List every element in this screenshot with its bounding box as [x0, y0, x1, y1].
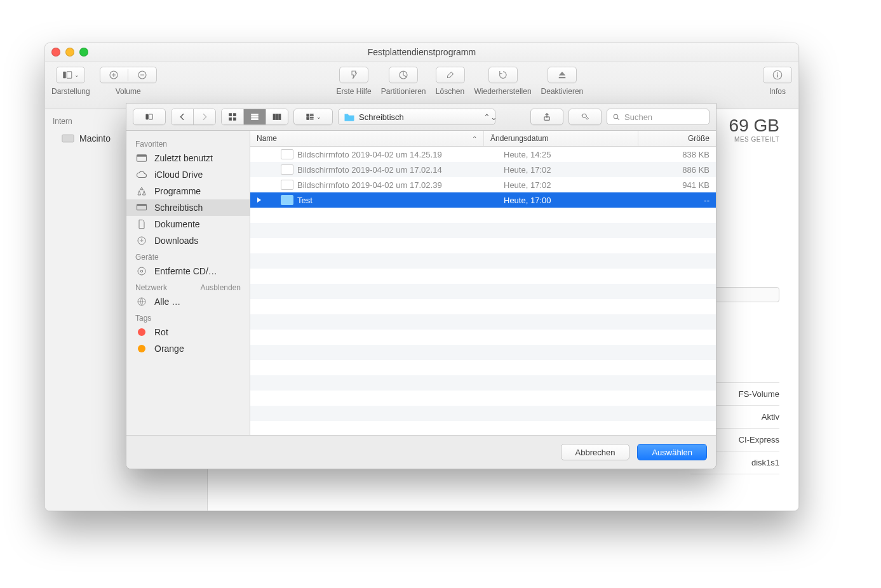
- partition-button[interactable]: [389, 67, 418, 83]
- recent-icon: [136, 153, 147, 163]
- zoom-window-button[interactable]: [79, 48, 88, 57]
- file-row[interactable]: Bildschirmfoto 2019-04-02 um 14.25.19Heu…: [250, 147, 716, 162]
- first-aid-icon: [348, 69, 360, 81]
- sidebar-item-label: Schreibtisch: [154, 203, 203, 213]
- sidebar-item-label: Entfernte CD/…: [154, 266, 217, 276]
- sidebar-icon: [62, 69, 73, 81]
- cancel-button[interactable]: Abbrechen: [561, 444, 630, 460]
- file-row[interactable]: Bildschirmfoto 2019-04-02 um 17.02.39Heu…: [250, 177, 716, 192]
- sidebar-item-tag-orange[interactable]: Orange: [126, 340, 250, 357]
- titlebar: Festplattendienstprogramm: [45, 43, 798, 62]
- minimize-window-button[interactable]: [65, 48, 74, 57]
- svg-rect-16: [252, 116, 259, 117]
- volume-add-button[interactable]: [100, 69, 129, 81]
- sidebar-item-documents[interactable]: Dokumente: [126, 216, 250, 232]
- close-window-button[interactable]: [51, 48, 60, 57]
- file-rows: Bildschirmfoto 2019-04-02 um 14.25.19Heu…: [250, 147, 716, 435]
- sidebar-item-network-all[interactable]: Alle …: [126, 293, 250, 310]
- open-panel-footer: Abbrechen Auswählen: [126, 435, 716, 469]
- icons-view-button[interactable]: [222, 109, 244, 124]
- file-name: Bildschirmfoto 2019-04-02 um 17.02.39: [297, 180, 442, 190]
- info-icon: [772, 69, 783, 81]
- view-button[interactable]: ⌄: [56, 67, 85, 83]
- empty-row: [250, 330, 716, 345]
- svg-rect-12: [233, 114, 236, 116]
- file-size: --: [645, 192, 716, 208]
- svg-rect-17: [252, 119, 259, 120]
- window-title: Festplattendienstprogramm: [368, 47, 476, 57]
- svg-rect-14: [233, 117, 236, 120]
- sidebar-item-desktop[interactable]: Schreibtisch: [126, 199, 250, 216]
- restore-icon: [497, 69, 509, 81]
- forward-button[interactable]: [194, 109, 215, 124]
- hide-network-button[interactable]: Ausblenden: [201, 283, 241, 292]
- sidebar-item-apps[interactable]: Programme: [126, 183, 250, 199]
- search-field[interactable]: Suchen: [607, 109, 710, 125]
- column-headers: Name ⌃ Änderungsdatum Größe: [250, 131, 716, 147]
- globe-icon: [136, 297, 147, 307]
- svg-rect-23: [310, 114, 313, 114]
- svg-rect-25: [310, 117, 313, 118]
- svg-point-35: [140, 270, 142, 272]
- columns-view-button[interactable]: [266, 109, 288, 124]
- info-button[interactable]: [763, 67, 792, 83]
- erase-button[interactable]: [436, 67, 465, 83]
- svg-rect-32: [137, 204, 147, 206]
- apps-icon: [136, 186, 147, 196]
- group-button[interactable]: ⌄: [293, 109, 333, 125]
- file-name: Bildschirmfoto 2019-04-02 um 14.25.19: [297, 150, 442, 159]
- folder-icon: [344, 112, 355, 121]
- partition-icon: [398, 69, 409, 81]
- svg-rect-10: [149, 114, 152, 119]
- choose-button[interactable]: Auswählen: [637, 444, 707, 460]
- downloads-icon: [136, 236, 147, 246]
- first-aid-label: Erste Hilfe: [336, 87, 371, 96]
- svg-rect-30: [137, 155, 147, 157]
- file-icon: [281, 180, 293, 190]
- file-list-pane: Name ⌃ Änderungsdatum Größe Bildschirmfo…: [250, 131, 716, 435]
- sidebar-item-recent[interactable]: Zuletzt benutzt: [126, 150, 250, 166]
- sidebar-item-icloud[interactable]: iCloud Drive: [126, 166, 250, 183]
- chevron-right-icon: [199, 112, 210, 122]
- file-row[interactable]: Bildschirmfoto 2019-04-02 um 17.02.14Heu…: [250, 162, 716, 177]
- back-button[interactable]: [171, 109, 194, 124]
- share-button[interactable]: [530, 109, 563, 125]
- svg-rect-26: [310, 119, 313, 119]
- svg-point-28: [614, 114, 618, 119]
- desktop-icon: [136, 203, 147, 213]
- unmount-button[interactable]: [548, 67, 577, 83]
- sidebar-item-remote-cd[interactable]: Entfernte CD/…: [126, 263, 250, 279]
- tags-button[interactable]: [568, 109, 602, 125]
- search-icon: [612, 113, 621, 121]
- sidebar-toggle-button[interactable]: [133, 109, 166, 125]
- sidebar-item-label: Rot: [154, 327, 168, 337]
- svg-rect-21: [306, 114, 309, 116]
- sidebar-item-label: Dokumente: [154, 219, 200, 229]
- empty-row: [250, 360, 716, 375]
- file-size: 941 KB: [645, 177, 716, 192]
- list-view-icon: [250, 112, 260, 122]
- first-aid-button[interactable]: [339, 67, 368, 83]
- restore-button[interactable]: [488, 67, 518, 83]
- volume-remove-button[interactable]: [128, 69, 156, 81]
- open-panel-toolbar: ⌄ Schreibtisch ⌃⌄ Suchen: [126, 104, 716, 131]
- sidebar-item-tag-red[interactable]: Rot: [126, 324, 250, 340]
- svg-rect-0: [64, 72, 67, 79]
- location-popup[interactable]: Schreibtisch ⌃⌄: [338, 109, 495, 125]
- file-row[interactable]: TestHeute, 17:00--: [250, 192, 716, 208]
- list-view-button[interactable]: [244, 109, 266, 124]
- file-date: Heute, 17:02: [497, 162, 645, 177]
- svg-rect-19: [276, 114, 278, 119]
- svg-rect-7: [777, 74, 778, 77]
- group-icon: [306, 112, 314, 121]
- info-label: Infos: [769, 87, 786, 96]
- col-name[interactable]: Name ⌃: [250, 131, 484, 146]
- tag-icon: [581, 112, 589, 121]
- disk-subtitle: MES GETEILT: [729, 136, 779, 143]
- empty-row: [250, 269, 716, 284]
- col-size[interactable]: Größe: [638, 131, 716, 146]
- icons-view-icon: [227, 112, 238, 122]
- col-date[interactable]: Änderungsdatum: [484, 131, 638, 146]
- disk-icon: [62, 134, 74, 143]
- sidebar-item-downloads[interactable]: Downloads: [126, 232, 250, 249]
